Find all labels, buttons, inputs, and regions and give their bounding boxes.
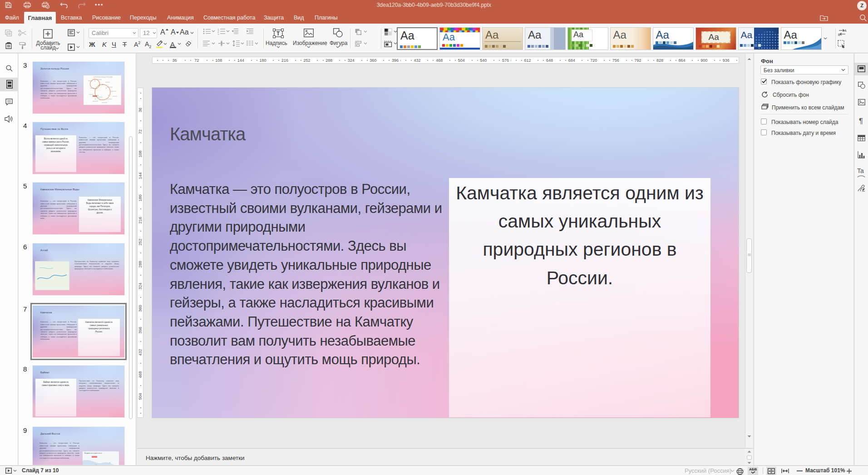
svg-text:T: T [276, 30, 280, 37]
svg-text:B: B [838, 33, 840, 36]
svg-text:A: A [844, 29, 847, 32]
svg-text:3: 3 [217, 33, 219, 35]
